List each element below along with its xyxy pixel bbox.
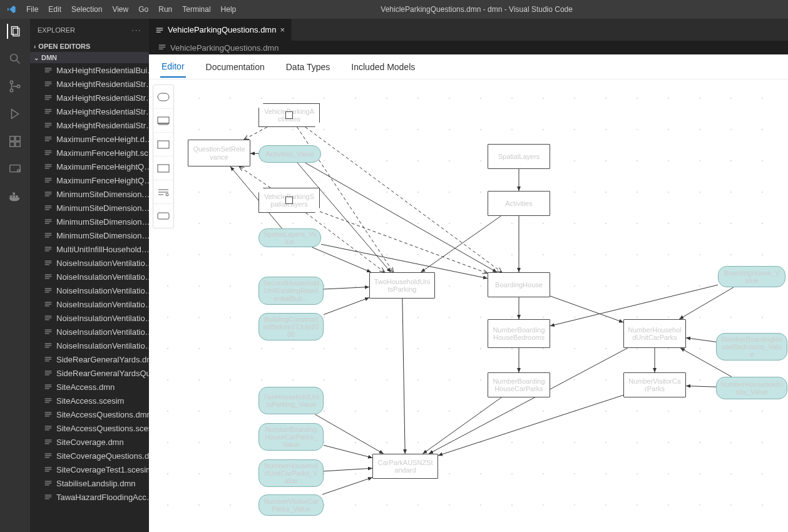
- dmn-tab-editor[interactable]: Editor: [160, 56, 186, 78]
- search-icon[interactable]: [8, 51, 23, 66]
- file-item[interactable]: NoiseInsulationVentilatio…: [30, 284, 149, 297]
- file-icon: [44, 479, 53, 488]
- menu-edit[interactable]: Edit: [44, 5, 66, 14]
- file-item[interactable]: TawaHazardFloodingAcc…: [30, 490, 149, 504]
- file-item[interactable]: MinimumSiteDimension…: [30, 228, 149, 242]
- dmn-node-vpactivities[interactable]: VehicleParkingActivities: [258, 103, 320, 127]
- file-item[interactable]: SiteCoverage.dmn: [30, 435, 149, 449]
- svg-rect-19: [45, 71, 49, 72]
- file-item[interactable]: MaxHeightResidentialStr…: [30, 105, 149, 118]
- palette-bkm[interactable]: [153, 133, 173, 156]
- more-icon[interactable]: ···: [132, 26, 141, 34]
- dmn-tab-documentation[interactable]: Documentation: [205, 57, 266, 77]
- file-item[interactable]: MaximumFenceHeightQ…: [30, 160, 149, 173]
- file-item[interactable]: SideRearGeneralYards.dm…: [30, 352, 149, 366]
- dmn-node-numhhval[interactable]: NumberHouseholdUnits_Value: [716, 377, 787, 399]
- dmn-node-activitiesrect[interactable]: Activities: [488, 191, 550, 216]
- file-item[interactable]: NoiseInsulationVentilatio…: [30, 325, 149, 339]
- file-item[interactable]: MaximumFenceHeight.d…: [30, 132, 149, 146]
- menu-view[interactable]: View: [108, 5, 133, 14]
- file-item[interactable]: MinimumSiteDimension…: [30, 215, 149, 228]
- palette-list[interactable]: [153, 180, 173, 204]
- dmn-node-vpspatial[interactable]: VehicleParkingSpatialLayers: [258, 188, 320, 213]
- dmn-node-spatialval[interactable]: SpatialLayers_Value: [258, 228, 321, 247]
- palette-text[interactable]: [153, 156, 173, 180]
- file-item[interactable]: MultiUnitInfillHousehold…: [30, 242, 149, 256]
- tab-vehicleparking[interactable]: VehicleParkingQuestions.dmn ×: [149, 19, 292, 41]
- svg-rect-40: [45, 168, 49, 168]
- dmn-node-carpark[interactable]: CarParkAUSNZStandard: [372, 454, 438, 479]
- dmn-tab-datatypes[interactable]: Data Types: [285, 57, 332, 77]
- dmn-node-numhhcarval[interactable]: NumberHouseholdUnitCarParks_Value: [258, 459, 324, 487]
- remote-icon[interactable]: [8, 161, 23, 176]
- palette-decision[interactable]: [153, 85, 173, 109]
- menu-help[interactable]: Help: [217, 5, 241, 14]
- dmn-tab-included[interactable]: Included Models: [350, 57, 416, 77]
- file-item[interactable]: MinimumSiteDimension.…: [30, 187, 149, 201]
- file-icon: [44, 231, 53, 240]
- file-item[interactable]: SiteCoverageTest1.scesim: [30, 463, 149, 476]
- dmn-canvas[interactable]: QuestionSetRelevanceVehicleParkingActivi…: [149, 79, 788, 532]
- file-icon: [44, 382, 53, 391]
- file-item[interactable]: SideRearGeneralYardsQu…: [30, 366, 149, 380]
- dmn-node-spatialrect[interactable]: SpatialLayers: [488, 144, 550, 169]
- file-item[interactable]: NoiseInsulationVentilatio…: [30, 297, 149, 311]
- file-label: MaxHeightResidentialStr…: [56, 79, 149, 89]
- file-icon: [44, 162, 53, 171]
- dmn-node-numboardbed[interactable]: NumberBoardingHouseBedrooms: [488, 319, 550, 348]
- run-debug-icon[interactable]: [8, 106, 23, 121]
- breadcrumb[interactable]: VehicleParkingQuestions.dmn: [149, 41, 788, 54]
- palette-input[interactable]: [153, 109, 173, 133]
- dmn-node-twohh[interactable]: TwoHouseholdUnitsParking: [369, 272, 435, 299]
- file-item[interactable]: MaxHeightResidentialBui…: [30, 63, 149, 77]
- dmn-node-questionset[interactable]: QuestionSetRelevance: [188, 140, 250, 166]
- file-item[interactable]: SiteAccess.dmn: [30, 380, 149, 394]
- menu-run[interactable]: Run: [154, 5, 177, 14]
- dmn-node-secondhh[interactable]: SecondHouseholdUnitExistingResidentialBu…: [258, 277, 324, 305]
- dmn-node-numviscarval[interactable]: NumberVisitorCarParks_Value: [258, 494, 324, 516]
- edge: [305, 127, 502, 272]
- file-label: StabiliseLandslip.dmn: [56, 479, 135, 488]
- palette-group[interactable]: [153, 204, 173, 228]
- file-item[interactable]: NoiseInsulationVentilatio…: [30, 339, 149, 352]
- file-item[interactable]: SiteCoverageQuestions.d…: [30, 449, 149, 463]
- docker-icon[interactable]: [8, 189, 23, 204]
- dmn-node-numboardcar[interactable]: NumberBoardingHouseCarParks: [488, 372, 550, 397]
- file-item[interactable]: MaxHeightResidentialStr…: [30, 77, 149, 91]
- file-item[interactable]: StabiliseLandslip.dmn: [30, 476, 149, 490]
- dmn-node-twohhval[interactable]: TwoHouseholdUnitsParking_Value: [258, 387, 324, 414]
- file-item[interactable]: MaximumFenceHeight.sc…: [30, 146, 149, 160]
- dmn-node-numboardcarval[interactable]: NumberBoardingHouseCarParks_Value: [258, 423, 324, 451]
- extensions-icon[interactable]: [8, 134, 23, 149]
- file-item[interactable]: MaxHeightResidentialStr…: [30, 91, 149, 105]
- menu-file[interactable]: File: [22, 5, 43, 14]
- close-icon[interactable]: ×: [280, 25, 285, 34]
- svg-rect-34: [45, 140, 49, 141]
- dmn-node-numhhcar[interactable]: NumberHouseholdUnitCarParks: [623, 319, 686, 348]
- dmn-node-numvisitor[interactable]: NumberVisitorCarParks: [623, 372, 686, 397]
- file-item[interactable]: NoiseInsulationVentilatio…: [30, 311, 149, 325]
- menu-terminal[interactable]: Terminal: [178, 5, 215, 14]
- file-item[interactable]: SiteAccessQuestions.sces…: [30, 421, 149, 435]
- menu-selection[interactable]: Selection: [67, 5, 106, 14]
- dmn-node-numbedval[interactable]: NumberBoardingHouseBedrooms_Value: [716, 333, 787, 361]
- dmn-node-buildconstruct[interactable]: BuildingConstructedBefore27July2000: [258, 313, 324, 340]
- file-item[interactable]: MaximumFenceHeightQ…: [30, 173, 149, 187]
- folder-section[interactable]: ⌄DMN: [30, 52, 149, 63]
- file-item[interactable]: NoiseInsulationVentilatio…: [30, 256, 149, 270]
- file-item[interactable]: SiteAccessQuestions.dmn: [30, 407, 149, 421]
- svg-rect-66: [45, 290, 52, 290]
- explorer-icon[interactable]: [7, 24, 22, 39]
- file-item[interactable]: MaxHeightResidentialStr…: [30, 118, 149, 132]
- dmn-node-boardingval[interactable]: BoardingHouse_Value: [718, 266, 785, 287]
- file-item[interactable]: NoiseInsulationVentilatio…: [30, 270, 149, 284]
- svg-rect-76: [45, 333, 49, 334]
- dmn-node-boarding[interactable]: BoardingHouse: [488, 272, 550, 297]
- file-item[interactable]: SiteAccess.scesim: [30, 394, 149, 407]
- dmn-node-activitiesval[interactable]: Activities_Value: [258, 145, 321, 163]
- menu-go[interactable]: Go: [134, 5, 153, 14]
- edge: [324, 445, 372, 458]
- file-item[interactable]: MinimumSiteDimension.…: [30, 201, 149, 215]
- open-editors-section[interactable]: ›OPEN EDITORS: [30, 41, 149, 52]
- source-control-icon[interactable]: [8, 79, 23, 94]
